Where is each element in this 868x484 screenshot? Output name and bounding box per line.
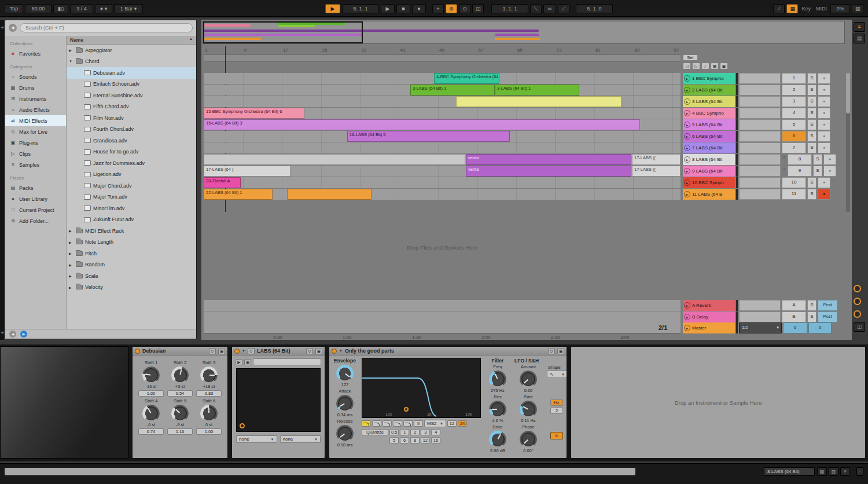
arrangement-clip[interactable] bbox=[456, 96, 621, 107]
track-number[interactable]: 9 bbox=[788, 166, 812, 177]
groove-icon[interactable]: ● ▾ bbox=[95, 4, 112, 13]
return-lane-a[interactable] bbox=[204, 300, 681, 311]
preview-toggle-icon[interactable]: ▶ bbox=[20, 331, 27, 338]
mixer-section-toggle-3[interactable] bbox=[854, 310, 861, 318]
track-name[interactable]: ▶9 LABS (64 Bit bbox=[683, 166, 735, 177]
arrangement-clip-venta[interactable]: venta bbox=[466, 154, 631, 165]
preset-name-field[interactable] bbox=[253, 358, 321, 365]
pencil-icon[interactable]: ∕ bbox=[701, 63, 709, 69]
file-item-midi-effect-rack[interactable]: ▶MIDI Effect Rack bbox=[67, 225, 196, 237]
lfo-hz-button[interactable]: Hz bbox=[550, 399, 563, 406]
file-item-einfach-schoen-adv[interactable]: Einfach Schoen.adv bbox=[67, 79, 196, 90]
track-header-1-bbc-sympho[interactable]: ▶1 BBC Sympho1S● bbox=[683, 73, 845, 84]
sidebar-item-max-for-live[interactable]: ◇Max for Live bbox=[5, 126, 66, 137]
filter-circuit-button[interactable]: ΙΙ bbox=[414, 420, 423, 427]
quantize-12-button[interactable]: 12 bbox=[421, 437, 430, 443]
scrollbar-thumb[interactable] bbox=[846, 73, 850, 113]
track-header-2-labs-64-bit[interactable]: ▶2 LABS (64 Bit2S● bbox=[683, 85, 845, 96]
track-mixer-strip[interactable] bbox=[739, 119, 781, 130]
hot-swap-icon[interactable]: ⊙ bbox=[306, 348, 313, 354]
envelope-amount-value[interactable]: 127 bbox=[333, 382, 357, 387]
knob-dial[interactable] bbox=[173, 406, 187, 420]
tempo-display[interactable]: 80.00 bbox=[25, 4, 52, 13]
track-name[interactable]: ▶7 LABS (64 Bit bbox=[683, 142, 735, 153]
filter-type-morph-icon[interactable] bbox=[403, 420, 413, 427]
file-item-film-noir-adv[interactable]: Film Noir.adv bbox=[67, 112, 196, 124]
play-button[interactable]: ▶ bbox=[381, 4, 395, 13]
camera-icon[interactable]: ▣ bbox=[720, 63, 728, 69]
arrangement-clip-3-labs-64-bit-1[interactable]: 3-LABS (64 Bit) 1 bbox=[495, 85, 579, 96]
track-solo-button[interactable]: S bbox=[807, 189, 816, 200]
knob-value-box[interactable]: 1.00 bbox=[196, 428, 222, 435]
arrangement-clip-20-tinefull-a[interactable]: 20-Tinefull A bbox=[204, 177, 241, 188]
loop-length-display[interactable]: 5. 1. 0 bbox=[576, 4, 613, 13]
quantize-button[interactable]: Quantize bbox=[362, 429, 388, 435]
file-item-chord[interactable]: ▼Chord bbox=[67, 56, 196, 68]
arrangement-clip-15-labs-64-bit-3[interactable]: 15-LABS (64 Bit) 3 bbox=[204, 119, 640, 130]
track-lane[interactable] bbox=[204, 177, 681, 188]
freq-knob[interactable] bbox=[491, 372, 505, 386]
res-knob[interactable] bbox=[491, 402, 505, 416]
computer-midi-keyboard-icon[interactable]: ▦ bbox=[786, 4, 798, 13]
knob-value-box[interactable]: 0.54 bbox=[167, 390, 193, 397]
track-arm-button[interactable]: ● bbox=[818, 73, 830, 84]
file-item-random[interactable]: ▶Random bbox=[67, 259, 196, 271]
file-item-jazz-for-dummies-adv[interactable]: Jazz for Dummies.adv bbox=[67, 157, 196, 169]
track-header-6-labs-64-bit[interactable]: ▶6 LABS (64 Bit6S● bbox=[683, 131, 845, 142]
track-mixer-strip[interactable] bbox=[739, 73, 781, 84]
quantize-3-button[interactable]: 3 bbox=[421, 429, 430, 435]
device-power-icon[interactable] bbox=[332, 349, 337, 354]
track-number[interactable]: 10 bbox=[782, 177, 806, 188]
arrangement-clip-4-bbc-symphony-orchestra-64-bit[interactable]: 4-BBC Symphony Orchestra (64 Bit) bbox=[434, 73, 499, 84]
track-name[interactable]: ▶10 BBC Symph bbox=[683, 177, 735, 188]
res-value[interactable]: 4.6 % bbox=[486, 418, 510, 423]
track-arm-button[interactable]: ● bbox=[818, 119, 830, 130]
knob-dial[interactable] bbox=[173, 368, 187, 382]
track-solo-button[interactable]: S bbox=[807, 108, 816, 119]
quantize-5-button[interactable]: 5 bbox=[389, 437, 399, 443]
track-header-8-labs-64-bit[interactable]: ▶8 LABS (64 Bit°8S● bbox=[683, 154, 845, 165]
device-power-icon[interactable] bbox=[234, 349, 240, 354]
back-arrow-icon[interactable]: ◀ bbox=[9, 24, 17, 32]
track-arm-button[interactable]: ● bbox=[823, 154, 836, 165]
return-solo-button[interactable]: S bbox=[807, 311, 816, 322]
return-post-button[interactable]: Post bbox=[818, 300, 837, 311]
file-item-major-chord-adv[interactable]: Major Chord.adv bbox=[67, 180, 196, 192]
master-volume[interactable]: 0 bbox=[808, 322, 832, 333]
track-mixer-strip[interactable] bbox=[739, 189, 781, 200]
fold-device-icon[interactable]: ▼ bbox=[339, 349, 343, 353]
save-preset-icon[interactable]: ▣ bbox=[557, 348, 564, 354]
track-mixer-strip[interactable] bbox=[739, 166, 781, 177]
stop-button[interactable]: ■ bbox=[396, 4, 410, 13]
punch-out-button[interactable]: ⟋ bbox=[558, 4, 569, 13]
track-name[interactable]: ▶2 LABS (64 Bit bbox=[683, 85, 735, 96]
sidebar-item-midi-effects[interactable]: ⇄MIDI Effects bbox=[5, 115, 66, 126]
track-number[interactable]: 2 bbox=[782, 85, 806, 96]
knob-dial[interactable] bbox=[144, 406, 158, 420]
automation-arm-button[interactable]: ⊙ bbox=[459, 4, 470, 13]
track-name[interactable]: ▶Master bbox=[683, 322, 735, 333]
track-arm-button[interactable]: ● bbox=[818, 189, 830, 200]
return-solo-button[interactable]: S bbox=[807, 300, 816, 311]
lfo-retrigger-lamp-icon[interactable]: ⊙ bbox=[550, 432, 563, 439]
track-number[interactable]: 7 bbox=[782, 142, 806, 153]
preset-save-icon[interactable]: ▣ bbox=[244, 359, 251, 365]
sort-ascending-icon[interactable]: ▲ bbox=[189, 37, 193, 44]
clip-view-toggle-icon[interactable]: ▦ bbox=[817, 467, 827, 476]
track-mixer-strip[interactable] bbox=[739, 96, 781, 107]
file-item-minortim-adv[interactable]: MinorTim.adv bbox=[67, 203, 196, 214]
sidebar-item-favorites[interactable]: ■Favorites bbox=[5, 48, 66, 59]
quantize-2-button[interactable]: 2 bbox=[410, 429, 420, 435]
arrangement-clip[interactable] bbox=[287, 189, 372, 200]
track-solo-button[interactable]: S bbox=[807, 119, 816, 130]
arrangement-clip-3-labs-64-bit-1[interactable]: 3-LABS (64 Bit) 1 bbox=[410, 85, 495, 96]
fold-device-icon[interactable]: ▼ bbox=[242, 349, 245, 353]
knob-dial[interactable] bbox=[202, 406, 216, 420]
track-solo-button[interactable]: S bbox=[807, 177, 816, 188]
tap-button[interactable]: Tap bbox=[5, 4, 23, 13]
follow-button[interactable]: ▶ bbox=[325, 4, 340, 13]
return-mixer-strip[interactable] bbox=[739, 311, 781, 322]
browser-collapse-bottom-icon[interactable]: ◀ bbox=[0, 328, 4, 336]
selected-clip-display[interactable]: 8-LABS (64 Bit) bbox=[764, 467, 815, 476]
track-solo-button[interactable]: S bbox=[813, 154, 822, 165]
